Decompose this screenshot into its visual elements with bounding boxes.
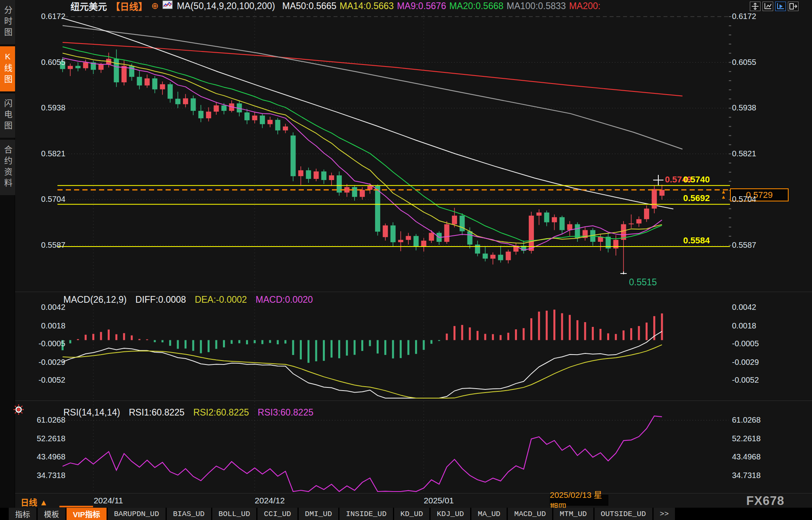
ma-legend-item-4: MA100:0.5833 [507,1,566,11]
rsi1-value: RSI1:60.8225 [129,407,185,418]
add-indicator-icon[interactable]: ⊕ [151,1,158,11]
macd-axis-label-right: -0.0029 [732,358,780,367]
ma20-line [63,47,662,241]
candlesticks [60,49,665,273]
ma50-line [63,18,673,209]
macd-axis-label-left: -0.0052 [16,376,65,385]
tab-macd_ud[interactable]: MACD_UD [508,508,552,520]
price-axis-label-left: 0.5938 [16,103,65,112]
macd-axis-label-right: 0.0042 [732,303,780,312]
ma-legend-item-2: MA9:0.5676 [397,1,446,11]
time-axis: 日线 ▲ 2025/02/13 星期四 2024/112024/122025/0… [15,493,812,507]
scroll-indicator[interactable] [59,506,93,507]
macd-axis-label-left: 0.0018 [16,321,65,330]
rsi-axis-label-left: 43.4968 [16,452,65,461]
rsi-axis-label-left: 61.0268 [16,416,65,425]
tab-[interactable]: >> [654,508,675,520]
tab-mtm_ud[interactable]: MTM_UD [553,508,593,520]
watermark: FX678 [746,494,784,508]
price-up-arrows-icon: ▲▲ [721,189,726,199]
last-date-label: 2025/02/13 星期四 [550,495,608,506]
ma-legend-item-5: MA200: [569,1,600,11]
period-selector[interactable]: 日线 ▲ [21,496,48,508]
tab-outside_ud[interactable]: OUTSIDE_UD [595,508,652,520]
panel-divider [15,292,812,292]
month-label: 2024/12 [242,496,297,505]
tab-barupdn_ud[interactable]: BARUPDN_UD [108,508,166,520]
price-axis-label-right: 0.5704 [732,195,780,204]
indicator-tab-bar: 指标模板VIP指标BARUPDN_UDBIAS_UDBOLL_UDCCI_UDD… [0,508,812,520]
price-axis-label-left: 0.5704 [16,195,65,204]
rsi-axis-label-right: 61.0268 [732,416,780,425]
axis-scale-icon[interactable] [762,2,773,11]
price-axis-label-right: 0.6055 [732,58,780,67]
tab-vip[interactable]: VIP指标 [67,508,107,520]
ma-legend-item-3: MA20:0.5668 [449,1,503,11]
tab-[interactable]: 指标 [9,508,36,520]
trading-app-window: { "header": { "symbol": "纽元美元", "period_… [0,0,812,520]
chart-header: 纽元美元 【日线】 ⊕ MA(50,14,9,20,100,200) MA50:… [71,1,600,11]
macd-axis-label-left: -0.0029 [16,358,65,367]
chart-canvas[interactable] [0,0,812,493]
ma-legend-item-0: MA50:0.5665 [282,1,337,11]
tab-inside_ud[interactable]: INSIDE_UD [339,508,393,520]
move-tool-icon[interactable] [750,2,761,11]
rsi-title: RSI(14,14,14) [63,407,120,418]
price-axis-label-right: 0.5587 [732,241,780,250]
rsi-line [63,416,662,492]
macd-axis-label-right: -0.0052 [732,376,780,385]
price-axis-label-left: 0.6055 [16,58,65,67]
tab-dmi_ud[interactable]: DMI_UD [299,508,338,520]
level-label: 0.5584 [670,235,710,246]
shift-chart-icon[interactable] [788,2,799,11]
price-axis-label-right: 0.6172 [732,12,780,21]
macd-hist-value: MACD:0.0020 [255,294,313,305]
rsi-axis-label-right: 52.2618 [732,434,780,443]
price-axis-label-left: 0.6172 [16,12,65,21]
tab-kdj_ud[interactable]: KDJ_UD [431,508,470,520]
rsi-axis-label-left: 52.2618 [16,434,65,443]
ma-legend: MA50:0.5665MA14:0.5663MA9:0.5676MA20:0.5… [279,1,600,11]
macd-axis-label-left: -0.0005 [16,339,65,348]
month-label: 2024/11 [81,496,136,505]
period-tag: 【日线】 [111,0,147,13]
mini-chart-icon [162,0,173,11]
rsi-axis-label-left: 34.7318 [16,471,65,480]
alert-icon[interactable] [13,404,25,417]
month-label: 2025/01 [411,496,467,505]
macd-axis-label-right: 0.0018 [732,321,780,330]
chart-toolbar-icons [750,2,799,11]
sidebar-item-1[interactable]: K线图 [0,46,15,91]
level-label: 0.5692 [670,193,710,203]
tab-[interactable]: 模板 [38,508,65,520]
macd-diff-value: DIFF:0.0008 [135,294,186,305]
rsi3-value: RSI3:60.8225 [258,407,314,418]
price-axis-label-left: 0.5587 [16,241,65,250]
price-axis-label-right: 0.5938 [732,103,780,112]
macd-dea-line [63,345,662,398]
rsi-header: RSI(14,14,14) RSI1:60.8225 RSI2:60.8225 … [63,407,313,418]
ma-params: MA(50,14,9,20,100,200) [177,1,275,11]
low-price-marker: 0.5515 [629,277,657,288]
macd-title: MACD(26,12,9) [63,294,127,305]
chart-type-sidebar: 分时图K线图闪电图合约资料 [0,0,15,520]
panel-divider [15,400,812,401]
tab-kd_ud[interactable]: KD_UD [394,508,429,520]
tab-bias_ud[interactable]: BIAS_UD [167,508,211,520]
sidebar-item-3[interactable]: 合约资料 [0,140,15,195]
macd-axis-label-left: 0.0042 [16,303,65,312]
symbol-name: 纽元美元 [71,0,107,13]
tab-cci_ud[interactable]: CCI_UD [257,508,297,520]
sidebar-item-0[interactable]: 分时图 [0,0,15,44]
sidebar-item-2[interactable]: 闪电图 [0,93,15,138]
macd-header: MACD(26,12,9) DIFF:0.0008 DEA:-0.0002 MA… [63,294,313,305]
macd-axis-label-right: -0.0005 [732,339,780,348]
tab-boll_ud[interactable]: BOLL_UD [212,508,257,520]
price-axis-label-right: 0.5821 [732,149,780,158]
auto-scroll-icon[interactable] [775,2,786,11]
tab-ma_ud[interactable]: MA_UD [471,508,507,520]
rsi2-value: RSI2:60.8225 [193,407,249,418]
rsi-axis-label-right: 34.7318 [732,471,780,480]
rsi-axis-label-right: 43.4968 [732,452,780,461]
level-label: 0.5740 [670,175,710,185]
